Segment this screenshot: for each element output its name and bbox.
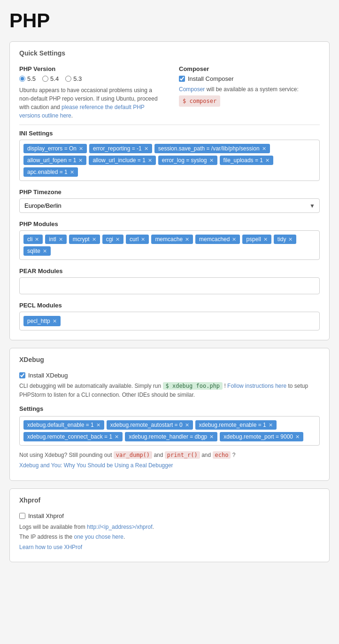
php-version-label: PHP Version [19, 65, 160, 72]
php-module-tag[interactable]: tidy✕ [274, 235, 297, 244]
tag-remove-icon[interactable]: ✕ [79, 146, 83, 152]
xhprof-section: Xhprof Install Xhprof Logs will be avail… [9, 488, 330, 563]
php-module-tag[interactable]: pspell✕ [242, 235, 271, 244]
php-timezone-label: PHP Timezone [19, 188, 320, 196]
xhprof-logs-link[interactable]: http://<ip_address>/xhprof [87, 524, 152, 530]
xdebug-setting-tag[interactable]: xdebug.remote_port = 9000✕ [220, 432, 303, 441]
tag-remove-icon[interactable]: ✕ [269, 422, 273, 428]
ini-tag[interactable]: allow_url_include = 1✕ [89, 156, 155, 165]
xdebug-not-using-note: Not using Xdebug? Still pounding out var… [19, 450, 320, 471]
quick-settings-section: Quick Settings PHP Version 5.5 5.4 5.3 U… [9, 41, 330, 340]
composer-label: Composer [179, 65, 320, 72]
xdebug-code: $ xdebug foo.php [163, 382, 223, 390]
php-module-tag[interactable]: memcached✕ [195, 235, 240, 244]
php-version-53[interactable]: 5.3 [65, 75, 82, 82]
xdebug-description: CLI debugging will be automatically avai… [19, 382, 320, 400]
php-module-tag[interactable]: sqlite✕ [23, 246, 51, 256]
ini-tag[interactable]: error_log = syslog✕ [158, 156, 217, 165]
ini-tag[interactable]: file_uploads = 1✕ [220, 156, 273, 165]
pecl-modules-label: PECL Modules [19, 302, 320, 309]
tag-remove-icon[interactable]: ✕ [185, 236, 189, 243]
php-version-54[interactable]: 5.4 [42, 75, 59, 82]
xhprof-ip-link[interactable]: one you chose here [74, 534, 123, 540]
php-module-tag[interactable]: intl✕ [45, 235, 66, 244]
tag-remove-icon[interactable]: ✕ [263, 236, 268, 243]
ini-tag[interactable]: error_reporting = -1✕ [89, 144, 152, 153]
php-timezone-dropdown-wrapper[interactable]: Europe/Berlin UTC America/New_York Ameri… [19, 198, 320, 213]
tag-remove-icon[interactable]: ✕ [53, 318, 57, 324]
tag-remove-icon[interactable]: ✕ [209, 434, 214, 440]
tag-remove-icon[interactable]: ✕ [232, 236, 236, 243]
ini-tag[interactable]: display_errors = On✕ [23, 144, 87, 153]
echo-code: echo [213, 451, 231, 459]
pear-modules-block: PEAR Modules [19, 267, 320, 294]
pear-modules-tags[interactable] [19, 277, 320, 294]
tag-remove-icon[interactable]: ✕ [43, 248, 47, 254]
php-modules-tags: cli✕intl✕mcrypt✕cgi✕curl✕memcache✕memcac… [19, 230, 320, 260]
php-version-group: 5.5 5.4 5.3 [19, 75, 160, 82]
pecl-modules-tags: pecl_http✕ [19, 312, 320, 330]
xdebug-checkbox-label[interactable]: Install XDebug [28, 372, 68, 379]
tag-remove-icon[interactable]: ✕ [59, 236, 63, 243]
composer-code: $ composer [179, 95, 220, 107]
php-modules-label: PHP Modules [19, 220, 320, 228]
php-module-tag[interactable]: memcache✕ [151, 235, 193, 244]
tag-remove-icon[interactable]: ✕ [295, 434, 300, 440]
ini-tag[interactable]: session.save_path = /var/lib/php/session… [154, 144, 270, 153]
php-module-tag[interactable]: curl✕ [126, 235, 149, 244]
xhprof-checkbox-label[interactable]: Install Xhprof [28, 512, 64, 519]
follow-instructions-link[interactable]: Follow instructions here [227, 383, 286, 389]
tag-remove-icon[interactable]: ✕ [116, 236, 120, 243]
tag-remove-icon[interactable]: ✕ [148, 157, 152, 164]
php-module-tag[interactable]: mcrypt✕ [69, 235, 100, 244]
xhprof-learn-link[interactable]: Learn how to use XHProf [19, 544, 82, 550]
php-version-note: Ubuntu appears to have occasional proble… [19, 86, 160, 120]
composer-checkbox-row[interactable]: Install Composer [179, 75, 320, 82]
tag-remove-icon[interactable]: ✕ [209, 157, 214, 164]
tag-remove-icon[interactable]: ✕ [92, 236, 96, 243]
pear-modules-label: PEAR Modules [19, 267, 320, 275]
xhprof-description: Logs will be available from http://<ip_a… [19, 522, 320, 553]
tag-remove-icon[interactable]: ✕ [78, 157, 83, 164]
ini-tag[interactable]: apc.enabled = 1✕ [23, 167, 78, 177]
xhprof-title: Xhprof [19, 496, 320, 506]
ini-settings-tags: display_errors = On✕error_reporting = -1… [19, 140, 320, 181]
tag-remove-icon[interactable]: ✕ [288, 236, 293, 243]
composer-checkbox-label[interactable]: Install Composer [188, 75, 234, 82]
tag-remove-icon[interactable]: ✕ [141, 236, 145, 243]
php-module-tag[interactable]: cli✕ [23, 235, 43, 244]
xdebug-checkbox-row[interactable]: Install XDebug [19, 372, 320, 379]
xdebug-setting-tag[interactable]: xdebug.remote_connect_back = 1✕ [23, 432, 123, 441]
tag-remove-icon[interactable]: ✕ [96, 422, 100, 428]
composer-link[interactable]: Composer [179, 86, 205, 93]
tag-remove-icon[interactable]: ✕ [265, 157, 270, 164]
tag-remove-icon[interactable]: ✕ [70, 169, 74, 175]
tag-remove-icon[interactable]: ✕ [144, 146, 148, 152]
quick-settings-title: Quick Settings [19, 49, 320, 59]
tag-remove-icon[interactable]: ✕ [35, 236, 39, 243]
php-modules-block: PHP Modules cli✕intl✕mcrypt✕cgi✕curl✕mem… [19, 220, 320, 260]
xdebug-setting-tag[interactable]: xdebug.remote_enable = 1✕ [195, 420, 277, 430]
pecl-modules-block: PECL Modules pecl_http✕ [19, 302, 320, 330]
ini-settings-block: INI Settings display_errors = On✕error_r… [19, 130, 320, 181]
xhprof-checkbox[interactable] [19, 513, 25, 519]
composer-checkbox[interactable] [179, 76, 185, 82]
php-timezone-block: PHP Timezone Europe/Berlin UTC America/N… [19, 188, 320, 213]
xdebug-setting-tag[interactable]: xdebug.remote_autostart = 0✕ [107, 420, 193, 430]
php-timezone-select[interactable]: Europe/Berlin UTC America/New_York Ameri… [19, 198, 320, 213]
xdebug-title: XDebug [19, 356, 320, 365]
xdebug-setting-tag[interactable]: xdebug.remote_handler = dbgp✕ [125, 432, 217, 441]
ini-tag[interactable]: allow_url_fopen = 1✕ [23, 156, 86, 165]
php-module-tag[interactable]: cgi✕ [102, 235, 123, 244]
tag-remove-icon[interactable]: ✕ [185, 422, 189, 428]
xdebug-article-link[interactable]: Xdebug and You: Why You Should be Using … [19, 462, 173, 469]
page-title: PHP [9, 9, 330, 32]
tag-remove-icon[interactable]: ✕ [115, 434, 119, 440]
xhprof-checkbox-row[interactable]: Install Xhprof [19, 512, 320, 519]
xdebug-checkbox[interactable] [19, 372, 25, 378]
var-dump-code: var_dump() [114, 451, 152, 459]
xdebug-setting-tag[interactable]: xdebug.default_enable = 1✕ [23, 420, 104, 430]
pecl-tag[interactable]: pecl_http✕ [23, 316, 61, 326]
tag-remove-icon[interactable]: ✕ [262, 146, 266, 152]
php-version-55[interactable]: 5.5 [19, 75, 36, 82]
